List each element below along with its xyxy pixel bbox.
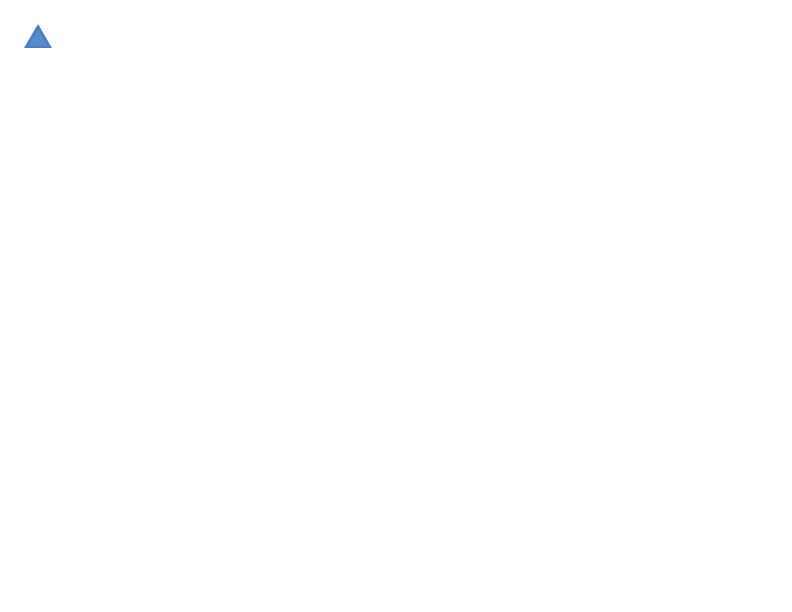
logo — [20, 20, 60, 56]
page-header — [20, 20, 772, 56]
logo-icon — [20, 20, 56, 56]
